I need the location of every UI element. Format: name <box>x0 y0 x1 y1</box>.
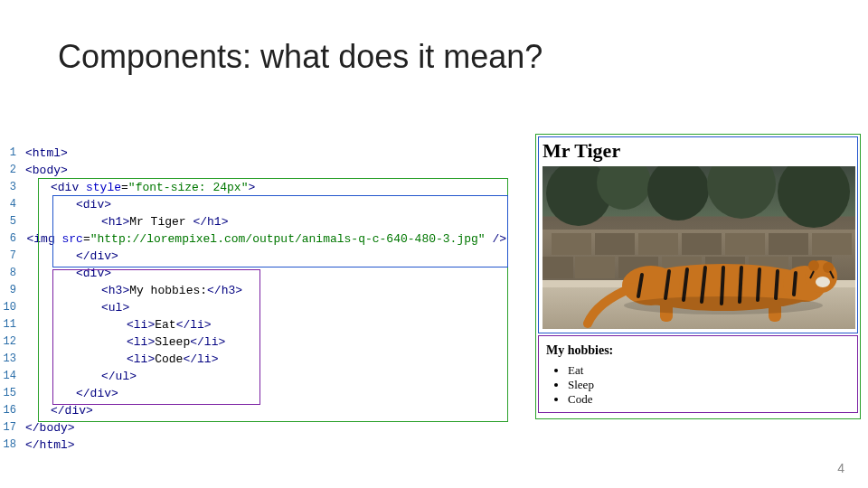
hobbies-heading: My hobbies: <box>546 343 850 358</box>
svg-line-38 <box>776 271 778 298</box>
code-line: </div> <box>25 385 506 402</box>
render-panel: Mr Tiger <box>535 134 861 419</box>
code-line: </div> <box>25 248 506 265</box>
svg-rect-11 <box>725 233 765 255</box>
render-hobbies-box: My hobbies: EatSleepCode <box>538 335 858 413</box>
hobby-item: Eat <box>568 363 850 378</box>
line-number: 11 <box>0 316 16 333</box>
hobby-item: Code <box>568 392 850 407</box>
svg-line-40 <box>794 273 796 295</box>
line-number: 18 <box>0 436 16 454</box>
render-header-box: Mr Tiger <box>538 136 858 333</box>
line-number: 10 <box>0 299 16 316</box>
code-line: </html> <box>25 436 506 454</box>
line-number: 13 <box>0 351 16 368</box>
code-line: </body> <box>25 419 506 436</box>
code-line: <li>Eat</li> <box>25 316 506 333</box>
line-number-gutter: 123456789101112131415161718 <box>0 145 16 454</box>
svg-line-37 <box>758 269 760 300</box>
slide-title: Components: what does it mean? <box>58 38 542 76</box>
line-number: 12 <box>0 333 16 351</box>
code-panel: 123456789101112131415161718 <html><body>… <box>0 145 506 454</box>
line-number: 14 <box>0 368 16 385</box>
svg-rect-7 <box>552 233 591 255</box>
svg-rect-9 <box>638 233 678 255</box>
line-number: 3 <box>0 179 16 196</box>
line-number: 4 <box>0 196 16 213</box>
svg-rect-13 <box>812 233 852 255</box>
code-line: <img src="http://lorempixel.com/output/a… <box>25 230 506 248</box>
svg-rect-12 <box>769 233 808 255</box>
svg-point-29 <box>816 277 830 287</box>
code-line: <h3>My hobbies:</h3> <box>25 282 506 299</box>
line-number: 9 <box>0 282 16 299</box>
code-line: <h1>Mr Tiger </h1> <box>25 213 506 230</box>
code-line: <body> <box>25 162 506 179</box>
code-body: <html><body><div style="font-size: 24px"… <box>25 145 506 454</box>
code-line: <ul> <box>25 299 506 316</box>
code-line: </div> <box>25 402 506 419</box>
line-number: 17 <box>0 419 16 436</box>
line-number: 15 <box>0 385 16 402</box>
page-number: 4 <box>837 461 844 475</box>
code-line: <html> <box>25 145 506 162</box>
code-line: <li>Code</li> <box>25 351 506 368</box>
render-outer-box: Mr Tiger <box>535 134 861 419</box>
line-number: 8 <box>0 265 16 282</box>
svg-rect-15 <box>575 257 615 278</box>
tiger-photo <box>542 166 855 329</box>
hobby-list: EatSleepCode <box>552 363 850 407</box>
hobby-item: Sleep <box>568 378 850 392</box>
line-number: 1 <box>0 145 16 162</box>
line-number: 5 <box>0 213 16 230</box>
code-line: <div style="font-size: 24px"> <box>25 179 506 196</box>
render-heading: Mr Tiger <box>542 139 854 163</box>
line-number: 16 <box>0 402 16 419</box>
code-line: </ul> <box>25 368 506 385</box>
line-number: 2 <box>0 162 16 179</box>
svg-point-27 <box>823 262 834 273</box>
svg-rect-10 <box>682 233 722 255</box>
code-line: <div> <box>25 196 506 213</box>
svg-point-43 <box>624 296 823 314</box>
code-line: <div> <box>25 265 506 282</box>
svg-rect-14 <box>542 257 573 278</box>
svg-rect-8 <box>595 233 635 255</box>
line-number: 7 <box>0 248 16 265</box>
code-line: <li>Sleep</li> <box>25 333 506 351</box>
line-number: 6 <box>0 230 16 248</box>
svg-point-28 <box>808 260 819 271</box>
